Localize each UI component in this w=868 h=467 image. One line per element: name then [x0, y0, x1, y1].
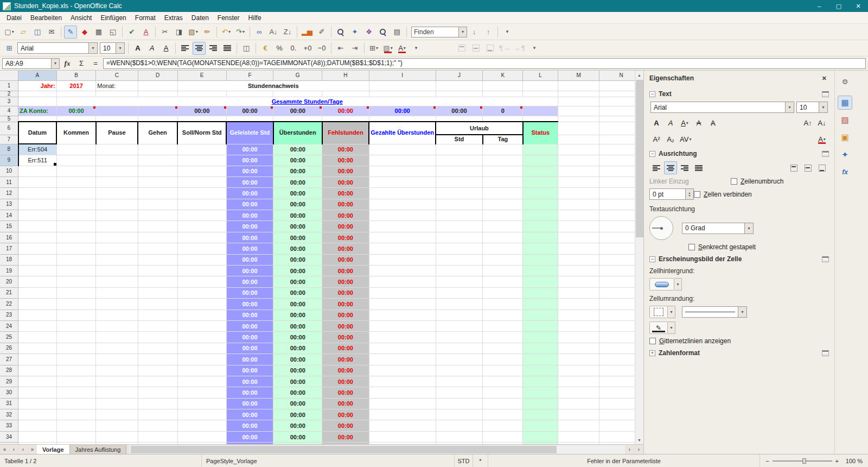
- chevron-down-icon[interactable]: ▾: [668, 306, 675, 318]
- cell-G28[interactable]: 00:00: [273, 365, 322, 376]
- cell-A33[interactable]: [18, 420, 57, 431]
- column-header-J[interactable]: J: [436, 71, 483, 80]
- page-preview-button[interactable]: ◱: [106, 26, 119, 39]
- row-header-24[interactable]: 24: [0, 320, 18, 331]
- menu-ansicht[interactable]: Ansicht: [66, 12, 96, 23]
- row-header-25[interactable]: 25: [0, 332, 18, 343]
- sidebar-settings-icon[interactable]: ⚙: [838, 74, 852, 89]
- cell-E35[interactable]: [177, 443, 226, 444]
- cell-D13[interactable]: [138, 199, 177, 210]
- cell-J20[interactable]: [436, 276, 483, 287]
- cell-F5[interactable]: [226, 116, 273, 122]
- merge-cells-checkbox[interactable]: Zellen verbinden: [694, 191, 752, 198]
- cell-E4[interactable]: 00:00: [177, 106, 226, 116]
- cell-G18[interactable]: 00:00: [273, 254, 322, 265]
- cell-B14[interactable]: [56, 210, 96, 221]
- cell-M35[interactable]: [558, 443, 599, 444]
- vertical-scrollbar[interactable]: ▲ ▼: [635, 71, 643, 444]
- stepper-arrows-icon[interactable]: ▴▾: [685, 189, 693, 199]
- cell-G17[interactable]: 00:00: [273, 243, 322, 254]
- column-header-E[interactable]: E: [177, 71, 226, 80]
- row-header-22[interactable]: 22: [0, 299, 18, 310]
- stacked-checkbox[interactable]: Senkrecht gestapelt: [688, 243, 829, 251]
- font-name-select[interactable]: Arial▾: [17, 42, 98, 54]
- cell-I25[interactable]: [369, 332, 436, 343]
- edit-file-button[interactable]: ✎: [64, 26, 77, 39]
- indent-stepper[interactable]: 0 pt▴▾: [649, 188, 694, 200]
- column-header-G[interactable]: G: [273, 71, 322, 80]
- cell-A1[interactable]: Jahr:: [18, 80, 57, 91]
- cell-H29[interactable]: 00:00: [322, 376, 369, 387]
- cell-I8[interactable]: [369, 144, 436, 155]
- cell-E21[interactable]: [177, 287, 226, 298]
- zoom-out-icon[interactable]: −: [765, 458, 769, 464]
- navigator-button[interactable]: ✦: [348, 26, 361, 39]
- cell-G30[interactable]: 00:00: [273, 387, 322, 398]
- cell-E24[interactable]: [177, 320, 226, 331]
- copy-button[interactable]: ◨: [173, 26, 186, 39]
- decrease-indent-button[interactable]: ⇤: [334, 42, 347, 55]
- cell-G19[interactable]: 00:00: [273, 266, 322, 276]
- align-bottom-button[interactable]: [815, 161, 828, 174]
- cell-H21[interactable]: 00:00: [322, 287, 369, 298]
- cell-D15[interactable]: [138, 221, 177, 232]
- function-wizard-button[interactable]: fx: [61, 58, 74, 69]
- cell-D8[interactable]: [138, 144, 177, 155]
- cell-C2[interactable]: [96, 91, 138, 97]
- cell-K10[interactable]: [483, 166, 523, 176]
- collapse-icon[interactable]: −: [649, 256, 655, 262]
- align-left-button[interactable]: [650, 161, 663, 174]
- cell-I24[interactable]: [369, 320, 436, 331]
- cell-B27[interactable]: [56, 354, 96, 365]
- save-button[interactable]: ◫: [31, 26, 44, 39]
- cell-H27[interactable]: 00:00: [322, 354, 369, 365]
- cell-K22[interactable]: [483, 299, 523, 310]
- cell-F20[interactable]: 00:00: [226, 276, 273, 287]
- row-header-20[interactable]: 20: [0, 276, 18, 287]
- cell-D32[interactable]: [138, 409, 177, 420]
- justify-button[interactable]: [221, 42, 234, 55]
- cell-B23[interactable]: [56, 310, 96, 320]
- cell-F23[interactable]: 00:00: [226, 310, 273, 320]
- cell-D12[interactable]: [138, 188, 177, 199]
- table-icon[interactable]: ⊞: [3, 42, 16, 55]
- cell-M30[interactable]: [558, 387, 599, 398]
- cell-G33[interactable]: 00:00: [273, 420, 322, 431]
- cell-M25[interactable]: [558, 332, 599, 343]
- cell-M26[interactable]: [558, 343, 599, 354]
- italic-button[interactable]: A: [145, 42, 158, 55]
- cell-C4[interactable]: [96, 106, 138, 116]
- cell-J13[interactable]: [436, 199, 483, 210]
- bold-button[interactable]: A: [650, 116, 663, 129]
- cell-D5[interactable]: [138, 116, 177, 122]
- cell-C30[interactable]: [96, 387, 138, 398]
- cell-D25[interactable]: [138, 332, 177, 343]
- column-header-A[interactable]: A: [18, 71, 57, 80]
- cell-L33[interactable]: [523, 420, 558, 431]
- cell-L19[interactable]: [523, 266, 558, 276]
- cell-M4[interactable]: [558, 106, 599, 116]
- cell-G15[interactable]: 00:00: [273, 221, 322, 232]
- cell-H35[interactable]: 00:00: [322, 443, 369, 444]
- cell-L20[interactable]: [523, 276, 558, 287]
- cell-K27[interactable]: [483, 354, 523, 365]
- cell-D19[interactable]: [138, 266, 177, 276]
- cell-L27[interactable]: [523, 354, 558, 365]
- cell-B3[interactable]: Gesammte Stunden/Tage: [56, 97, 558, 106]
- cell-G23[interactable]: 00:00: [273, 310, 322, 320]
- cell-E9[interactable]: [177, 155, 226, 166]
- cell-D29[interactable]: [138, 376, 177, 387]
- cell-L12[interactable]: [523, 188, 558, 199]
- row-header-29[interactable]: 29: [0, 376, 18, 387]
- cell-H25[interactable]: 00:00: [322, 332, 369, 343]
- row-header-32[interactable]: 32: [0, 409, 18, 420]
- cell-B22[interactable]: [56, 299, 96, 310]
- cell-B4[interactable]: 00:00: [56, 106, 96, 116]
- cell-M8[interactable]: [558, 144, 599, 155]
- cell-G22[interactable]: 00:00: [273, 299, 322, 310]
- row-header-9[interactable]: 9: [0, 155, 18, 166]
- cell-A26[interactable]: [18, 343, 57, 354]
- cell-K9[interactable]: [483, 155, 523, 166]
- hyperlink-button[interactable]: ∞: [253, 26, 266, 39]
- cell-I2[interactable]: [369, 91, 436, 97]
